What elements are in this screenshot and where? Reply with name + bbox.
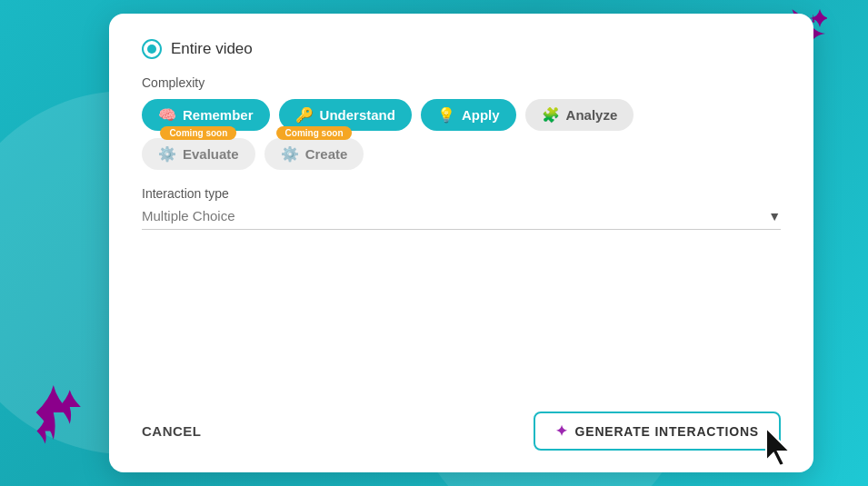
svg-marker-0: [766, 428, 790, 466]
dropdown-arrow-icon: ▼: [768, 209, 781, 223]
interaction-type-label: Interaction type: [142, 186, 781, 201]
chip-create[interactable]: ⚙️ Create: [264, 138, 364, 170]
cursor-arrow: [764, 426, 797, 466]
chip-apply-label: Apply: [462, 107, 500, 123]
chip-analyze[interactable]: 🧩 Analyze: [525, 99, 634, 131]
entire-video-label: Entire video: [171, 40, 253, 58]
evaluate-wrapper: Coming soon ⚙️ Evaluate: [142, 138, 255, 170]
chip-evaluate[interactable]: ⚙️ Evaluate: [142, 138, 255, 170]
evaluate-icon: ⚙️: [158, 145, 176, 163]
chip-evaluate-label: Evaluate: [183, 146, 239, 162]
complexity-chips-row1: 🧠 Remember 🔑 Understand 💡 Apply 🧩 Analyz…: [142, 99, 781, 131]
complexity-label: Complexity: [142, 75, 781, 90]
dialog: Entire video Complexity 🧠 Remember 🔑 Und…: [109, 14, 813, 472]
create-wrapper: Coming soon ⚙️ Create: [264, 138, 364, 170]
cancel-button[interactable]: CANCEL: [142, 423, 202, 439]
generate-icon: ✦: [555, 422, 568, 440]
entire-video-option[interactable]: Entire video: [142, 39, 781, 59]
chip-apply[interactable]: 💡 Apply: [421, 99, 516, 131]
chip-create-label: Create: [305, 146, 348, 162]
create-coming-soon-badge: Coming soon: [276, 126, 353, 140]
chip-remember-label: Remember: [183, 107, 254, 123]
chip-understand-label: Understand: [320, 107, 395, 123]
complexity-section: Complexity 🧠 Remember 🔑 Understand 💡 App…: [142, 75, 781, 170]
interaction-type-section: Interaction type Multiple Choice ▼: [142, 186, 781, 230]
complexity-chips-row2: Coming soon ⚙️ Evaluate Coming soon ⚙️ C…: [142, 138, 781, 170]
generate-button-label: GENERATE INTERACTIONS: [575, 424, 759, 439]
understand-icon: 🔑: [295, 106, 314, 124]
evaluate-coming-soon-badge: Coming soon: [160, 126, 236, 140]
apply-icon: 💡: [437, 106, 455, 124]
spacer: [142, 246, 781, 395]
analyze-icon: 🧩: [542, 106, 560, 124]
generate-interactions-button[interactable]: ✦ GENERATE INTERACTIONS: [534, 412, 781, 451]
remember-icon: 🧠: [158, 106, 176, 124]
create-icon: ⚙️: [281, 145, 299, 163]
dialog-footer: CANCEL ✦ GENERATE INTERACTIONS: [142, 412, 781, 451]
chip-analyze-label: Analyze: [566, 107, 618, 123]
interaction-type-dropdown[interactable]: Multiple Choice ▼: [142, 208, 781, 230]
interaction-type-value: Multiple Choice: [142, 208, 768, 223]
radio-button[interactable]: [142, 39, 162, 59]
